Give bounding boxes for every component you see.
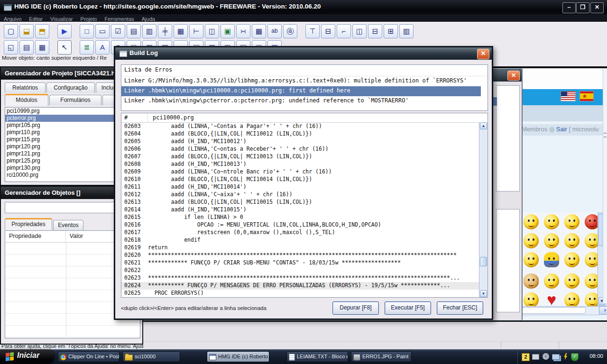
- code-row[interactable]: 02606 aadd (LINHA,'C~ontas a Receber'+ '…: [121, 146, 487, 153]
- us-flag-icon[interactable]: [561, 91, 576, 101]
- listbox-control-icon[interactable]: ▥: [142, 24, 156, 38]
- emoticon-tongue[interactable]: [564, 273, 579, 289]
- grid-control-icon[interactable]: ▦: [174, 24, 188, 38]
- align-bottom-icon[interactable]: ⌐: [337, 24, 351, 38]
- code-grid[interactable]: # pci10000.prg 02603 aadd (LINHA,'~Conta…: [121, 113, 488, 298]
- emoticon-boy[interactable]: [544, 252, 559, 267]
- emoticon-chick-heart[interactable]: [524, 292, 539, 308]
- align-left-icon[interactable]: ⊤: [305, 24, 320, 38]
- panel-control-icon[interactable]: ◫: [205, 24, 219, 38]
- code-row[interactable]: 02625 PROC ERRORSYS(): [121, 290, 487, 297]
- emoticon-grin[interactable]: [564, 233, 579, 248]
- code-row[interactable]: 02620***********************************…: [121, 252, 487, 259]
- scrollbar-grip[interactable]: [604, 133, 607, 137]
- restore-window-tray-icon[interactable]: [532, 354, 539, 360]
- emoticon-wave[interactable]: [524, 233, 539, 248]
- code-row[interactable]: 02624*********** FUN€ÇO P/ MENSAGENS DE …: [121, 282, 487, 290]
- sair-link[interactable]: Sair: [556, 126, 567, 133]
- dialog-close-button[interactable]: ✕: [477, 49, 489, 59]
- frame-control-icon[interactable]: ▭: [95, 24, 110, 38]
- calendar-control-icon[interactable]: ▦: [252, 24, 266, 38]
- scroll-up-arrow-icon[interactable]: ▲: [480, 122, 487, 129]
- depurar-button[interactable]: Depurar [F8]: [332, 301, 379, 315]
- select-pointer-icon[interactable]: ↖: [57, 40, 72, 55]
- open-project-icon[interactable]: ⬓: [19, 24, 34, 38]
- executar-button[interactable]: Executar [F5]: [385, 301, 431, 315]
- menu-item-editar[interactable]: Editar: [25, 16, 46, 22]
- label-control-icon[interactable]: □: [80, 24, 94, 38]
- emoticon-shy[interactable]: [524, 214, 539, 229]
- taskbar-item[interactable]: LEIAME.TXT - Bloco d...: [286, 351, 348, 362]
- emoticon-clock[interactable]: [524, 252, 539, 267]
- new-file-icon[interactable]: ▢: [4, 24, 18, 38]
- window-new-icon[interactable]: ◱: [4, 40, 18, 55]
- code-scrollbar[interactable]: ▲ ▼: [479, 122, 487, 297]
- tab-eventos[interactable]: Eventos: [53, 220, 83, 230]
- emoticon-food[interactable]: [524, 273, 539, 289]
- same-size-icon[interactable]: ⊞: [384, 24, 398, 38]
- collapse-tray-icon[interactable]: ‹: [543, 353, 549, 360]
- scroll-down-arrow-icon[interactable]: ▼: [480, 290, 487, 297]
- menu-item-ferramentas[interactable]: Ferramentas: [101, 16, 138, 22]
- tab-propriedades[interactable]: Propriedades: [5, 218, 52, 230]
- library-books-icon[interactable]: ≣: [80, 40, 94, 55]
- ruler-control-icon[interactable]: ⊢: [189, 24, 203, 38]
- power-tray-icon[interactable]: [563, 353, 568, 360]
- run-icon[interactable]: ▶: [57, 24, 72, 38]
- code-row[interactable]: 02611 aadd (H_IND,'MCI10014'): [121, 183, 487, 191]
- code-row[interactable]: 02604 aadd (BLOCO,{|LIN,COL| MCI10012 (L…: [121, 130, 487, 138]
- font-icon[interactable]: A: [95, 40, 110, 55]
- spain-flag-icon[interactable]: [579, 91, 594, 101]
- code-row[interactable]: 02623***********************************…: [121, 274, 487, 282]
- code-row[interactable]: 02619return: [121, 244, 487, 252]
- tab-configuração[interactable]: Configuração: [46, 82, 95, 93]
- error-row[interactable]: Linker .hbmk\win\mingw\pcterror.o:pcterr…: [121, 96, 487, 106]
- maximize-button[interactable]: ❐: [576, 2, 589, 13]
- menu-item-visualizar[interactable]: Visualizar: [46, 16, 77, 22]
- code-row[interactable]: 02607 aadd (BLOCO,{|LIN,COL| MCI10013 (L…: [121, 153, 487, 161]
- emoticon-smoke[interactable]: [544, 273, 559, 289]
- error-list[interactable]: Lista de Erros Linker G:/MVinfo/hmg.3.0.…: [121, 64, 488, 111]
- taskbar-item[interactable]: HMG IDE (c) Roberto ...: [207, 351, 269, 362]
- emoticon-scared[interactable]: [544, 233, 559, 248]
- code-row[interactable]: 02613 aadd (BLOCO,{|LIN,COL| MCI10015 (L…: [121, 199, 487, 206]
- editbox-control-icon[interactable]: ▤: [127, 24, 141, 38]
- emoticon-heart[interactable]: ♥: [544, 292, 559, 308]
- slider-control-icon[interactable]: ∺: [236, 24, 250, 38]
- tab-relatórios[interactable]: Relatórios: [5, 82, 46, 93]
- code-row[interactable]: 02603 aadd (LINHA,'~Contas a Pagar'+ ' '…: [121, 123, 487, 130]
- code-row[interactable]: 02605 aadd (H_IND,'MCI10012'): [121, 138, 487, 146]
- checkbox-control-icon[interactable]: ☑: [111, 24, 125, 38]
- error-row[interactable]: Linker .hbmk\win\mingw\pci10000.o:pci100…: [121, 86, 481, 96]
- source-editor-icon[interactable]: ▤: [19, 40, 34, 55]
- center-horizontal-icon[interactable]: ◫: [352, 24, 367, 38]
- emoticon-surprised[interactable]: [544, 214, 559, 229]
- richedit-control-icon[interactable]: ⓐ: [283, 24, 297, 38]
- security-shield-tray-icon[interactable]: ✓: [571, 353, 579, 361]
- splitter-control-icon[interactable]: ╪: [158, 24, 172, 38]
- emoticon-braces[interactable]: [564, 292, 579, 308]
- code-row[interactable]: 02616 OPCAO := MENU_VERTICAL (LIN,COL,LI…: [121, 221, 487, 229]
- scrollbar-thumb[interactable]: [522, 307, 586, 314]
- code-row[interactable]: 02622: [121, 267, 487, 274]
- close-button[interactable]: ✕: [590, 2, 604, 13]
- image-control-icon[interactable]: ▣: [221, 24, 235, 38]
- scroll-right-arrow-icon[interactable]: ›: [599, 306, 607, 315]
- code-row[interactable]: 02621************ FUN€ÇO P/ CRIAR SUB-ME…: [121, 259, 487, 267]
- align-center-icon[interactable]: ⊟: [321, 24, 335, 38]
- taskbar-item[interactable]: ERRO1.JPG - Paint: [351, 351, 412, 362]
- network-tray-icon[interactable]: [552, 354, 560, 360]
- emoticon-shocked[interactable]: [564, 214, 579, 229]
- emoticon-horizontal-scrollbar[interactable]: ›: [521, 306, 599, 315]
- center-vertical-icon[interactable]: ⊟: [368, 24, 382, 38]
- save-project-icon[interactable]: ⬒: [35, 24, 49, 38]
- taskbar-item[interactable]: sci10000: [122, 351, 180, 362]
- code-row[interactable]: 02618 endif: [121, 237, 487, 244]
- tab-módulos[interactable]: Módulos: [5, 94, 48, 106]
- data-grid-icon[interactable]: ▦: [35, 40, 49, 55]
- emoticon-clap[interactable]: [564, 252, 579, 267]
- textbox-control-icon[interactable]: ab: [267, 24, 282, 38]
- taskbar-item[interactable]: Clipper On Line • Post...: [58, 351, 120, 362]
- menu-item-arquivo[interactable]: Arquivo: [0, 16, 25, 22]
- fechar-button[interactable]: Fechar [ESC]: [437, 301, 483, 315]
